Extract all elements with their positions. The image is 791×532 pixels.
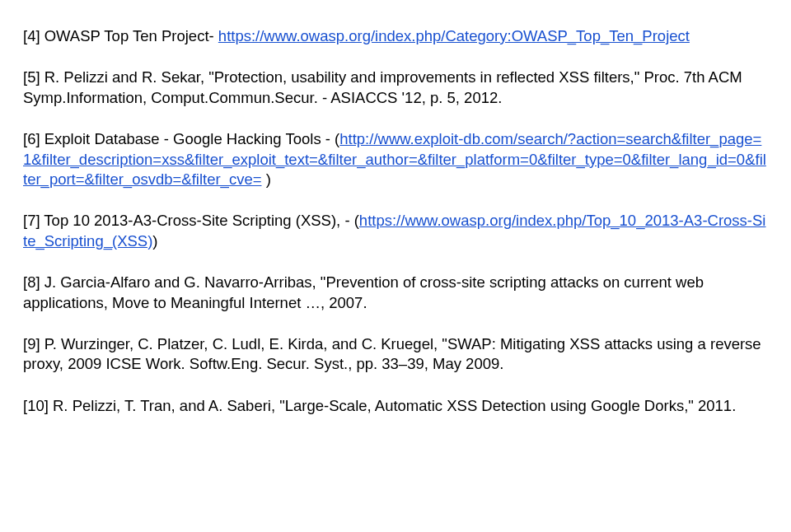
ref7-pre: [7] Top 10 2013-A3-Cross-Site Scripting … bbox=[23, 212, 359, 229]
reference-4: [4] OWASP Top Ten Project- https://www.o… bbox=[23, 26, 768, 46]
reference-9: [9] P. Wurzinger, C. Platzer, C. Ludl, E… bbox=[23, 334, 768, 375]
ref5-text: [5] R. Pelizzi and R. Sekar, "Protection… bbox=[23, 68, 742, 105]
ref10-text: [10] R. Pelizzi, T. Tran, and A. Saberi,… bbox=[23, 397, 736, 414]
reference-10: [10] R. Pelizzi, T. Tran, and A. Saberi,… bbox=[23, 396, 768, 416]
ref4-link[interactable]: https://www.owasp.org/index.php/Category… bbox=[218, 27, 690, 44]
reference-7: [7] Top 10 2013-A3-Cross-Site Scripting … bbox=[23, 211, 768, 251]
reference-5: [5] R. Pelizzi and R. Sekar, "Protection… bbox=[23, 68, 768, 108]
reference-6: [6] Exploit Database - Google Hacking To… bbox=[23, 129, 768, 189]
reference-8: [8] J. Garcia-Alfaro and G. Navarro-Arri… bbox=[23, 273, 768, 313]
ref6-pre: [6] Exploit Database - Google Hacking To… bbox=[23, 130, 339, 147]
ref8-text: [8] J. Garcia-Alfaro and G. Navarro-Arri… bbox=[23, 273, 704, 310]
ref7-post: ) bbox=[152, 232, 157, 250]
ref6-post: ) bbox=[266, 170, 271, 188]
ref9-text: [9] P. Wurzinger, C. Platzer, C. Ludl, E… bbox=[23, 335, 761, 372]
ref4-text: [4] OWASP Top Ten Project- bbox=[23, 27, 218, 44]
